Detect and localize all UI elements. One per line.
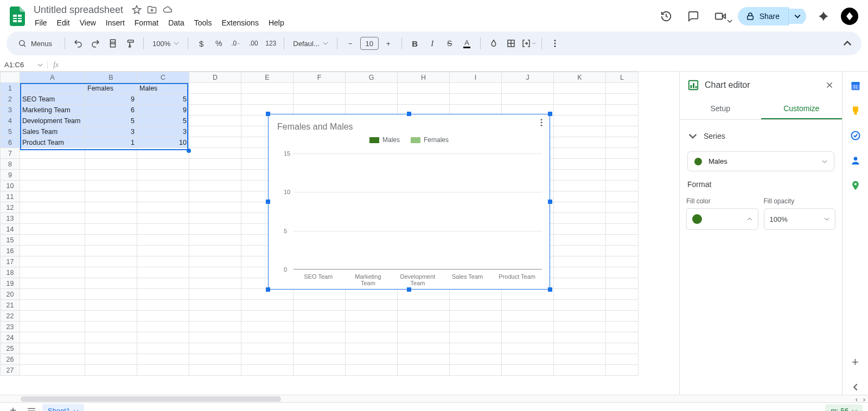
- cell-B7[interactable]: [85, 148, 137, 159]
- cell-L26[interactable]: [606, 354, 639, 365]
- row-header-24[interactable]: 24: [1, 332, 20, 343]
- cell-C7[interactable]: [137, 148, 189, 159]
- cell-L14[interactable]: [606, 224, 639, 235]
- cell-C5[interactable]: 3: [137, 126, 189, 137]
- cell-L6[interactable]: [606, 137, 639, 148]
- cell-D4[interactable]: [189, 115, 241, 126]
- row-header-8[interactable]: 8: [1, 159, 20, 170]
- cell-A2[interactable]: SEO Team: [20, 94, 85, 105]
- cell-A11[interactable]: [20, 191, 85, 202]
- cell-C17[interactable]: [137, 256, 189, 267]
- cell-K9[interactable]: [554, 170, 606, 181]
- cell-I20[interactable]: [450, 289, 502, 300]
- cell-E27[interactable]: [241, 365, 293, 376]
- cell-K5[interactable]: [554, 126, 606, 137]
- cell-I1[interactable]: [450, 83, 502, 94]
- chart-more-icon[interactable]: [537, 118, 546, 127]
- cell-B16[interactable]: [85, 246, 137, 256]
- history-icon[interactable]: [656, 7, 676, 26]
- cell-I26[interactable]: [450, 354, 502, 365]
- cell-A17[interactable]: [20, 256, 85, 267]
- menu-insert[interactable]: Insert: [101, 16, 129, 29]
- tasks-rail-icon[interactable]: [848, 128, 863, 143]
- col-header-G[interactable]: G: [346, 72, 398, 83]
- row-header-18[interactable]: 18: [1, 267, 20, 278]
- zoom-select[interactable]: 100%: [149, 40, 182, 48]
- cell-F27[interactable]: [293, 365, 346, 376]
- cell-C11[interactable]: [137, 191, 189, 202]
- cell-B3[interactable]: 6: [85, 105, 137, 115]
- cell-L10[interactable]: [606, 181, 639, 191]
- paint-format-icon[interactable]: [123, 36, 138, 51]
- quick-sum[interactable]: m: 56: [825, 404, 863, 411]
- cell-C23[interactable]: [137, 322, 189, 332]
- cell-A19[interactable]: [20, 278, 85, 289]
- share-dropdown[interactable]: [789, 9, 806, 24]
- cell-K7[interactable]: [554, 148, 606, 159]
- cell-D19[interactable]: [189, 278, 241, 289]
- cell-D24[interactable]: [189, 332, 241, 343]
- cell-C4[interactable]: 5: [137, 115, 189, 126]
- row-header-14[interactable]: 14: [1, 224, 20, 235]
- row-header-23[interactable]: 23: [1, 322, 20, 332]
- cell-L8[interactable]: [606, 159, 639, 170]
- cell-K1[interactable]: [554, 83, 606, 94]
- cell-A21[interactable]: [20, 300, 85, 311]
- cell-L25[interactable]: [606, 343, 639, 354]
- horizontal-scrollbar[interactable]: ‹›: [0, 395, 868, 402]
- col-header-L[interactable]: L: [606, 72, 639, 83]
- cell-F25[interactable]: [293, 343, 346, 354]
- menu-data[interactable]: Data: [164, 16, 189, 29]
- menu-format[interactable]: Format: [130, 16, 163, 29]
- menu-extensions[interactable]: Extensions: [217, 16, 263, 29]
- cell-J22[interactable]: [502, 311, 554, 322]
- resize-handle[interactable]: [266, 200, 270, 204]
- percent-icon[interactable]: %: [211, 36, 226, 51]
- cell-I25[interactable]: [450, 343, 502, 354]
- cell-L21[interactable]: [606, 300, 639, 311]
- cell-D18[interactable]: [189, 267, 241, 278]
- cell-D26[interactable]: [189, 354, 241, 365]
- font-size-decrease[interactable]: −: [343, 36, 358, 51]
- cell-D21[interactable]: [189, 300, 241, 311]
- currency-icon[interactable]: $: [194, 36, 209, 51]
- cell-L19[interactable]: [606, 278, 639, 289]
- cell-A27[interactable]: [20, 365, 85, 376]
- cell-E21[interactable]: [241, 300, 293, 311]
- cell-B5[interactable]: 3: [85, 126, 137, 137]
- cell-B6[interactable]: 1: [85, 137, 137, 148]
- cell-B11[interactable]: [85, 191, 137, 202]
- cell-B24[interactable]: [85, 332, 137, 343]
- cell-G21[interactable]: [346, 300, 398, 311]
- cell-L17[interactable]: [606, 256, 639, 267]
- resize-handle[interactable]: [548, 200, 552, 204]
- cell-C12[interactable]: [137, 202, 189, 213]
- cell-B13[interactable]: [85, 213, 137, 224]
- menu-help[interactable]: Help: [264, 16, 289, 29]
- cell-K23[interactable]: [554, 322, 606, 332]
- row-header-25[interactable]: 25: [1, 343, 20, 354]
- text-color-icon[interactable]: A: [459, 36, 475, 51]
- row-header-9[interactable]: 9: [1, 170, 20, 181]
- cell-B2[interactable]: 9: [85, 94, 137, 105]
- cell-B22[interactable]: [85, 311, 137, 322]
- cell-A25[interactable]: [20, 343, 85, 354]
- cell-D22[interactable]: [189, 311, 241, 322]
- cell-B26[interactable]: [85, 354, 137, 365]
- cell-J20[interactable]: [502, 289, 554, 300]
- cell-G27[interactable]: [346, 365, 398, 376]
- cell-E23[interactable]: [241, 322, 293, 332]
- cell-L18[interactable]: [606, 267, 639, 278]
- cell-D25[interactable]: [189, 343, 241, 354]
- contacts-rail-icon[interactable]: [848, 153, 863, 168]
- cell-K20[interactable]: [554, 289, 606, 300]
- cell-F26[interactable]: [293, 354, 346, 365]
- cell-A26[interactable]: [20, 354, 85, 365]
- col-header-C[interactable]: C: [137, 72, 189, 83]
- redo-icon[interactable]: [88, 36, 103, 51]
- undo-icon[interactable]: [71, 36, 86, 51]
- col-header-I[interactable]: I: [450, 72, 502, 83]
- tab-customize[interactable]: Customize: [761, 99, 843, 119]
- print-icon[interactable]: [105, 36, 120, 51]
- cell-D12[interactable]: [189, 202, 241, 213]
